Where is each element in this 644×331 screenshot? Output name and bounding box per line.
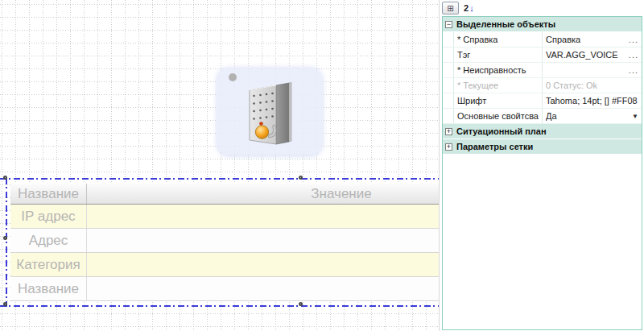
properties-panel: ⊞ 2 ↓ − Выделенные объекты * Справка Спр… [439, 0, 644, 331]
category-selected-objects[interactable]: − Выделенные объекты [443, 17, 642, 32]
row-gutter [443, 109, 454, 123]
design-canvas[interactable]: Название Значение IP адрес Адрес Категор… [0, 0, 439, 331]
connector-point [229, 73, 237, 81]
row-gutter [443, 32, 454, 47]
property-row-tekushchee: * Текущее 0 Статус: Ok [443, 78, 642, 93]
table-row: IP адрес [10, 205, 439, 229]
table-header-name: Название [10, 184, 87, 204]
property-name: * Справка [454, 32, 543, 47]
row-label: Название [10, 277, 87, 300]
ellipsis-button[interactable]: ... [629, 50, 642, 60]
resize-handle-top-center[interactable] [299, 176, 303, 180]
row-gutter [443, 63, 454, 77]
property-value[interactable]: Справка ... [543, 32, 642, 47]
property-value[interactable]: VAR.AGG_VOICE ... [543, 48, 642, 62]
property-row-shrift: Шрифт Tahoma; 14pt; [] #FF08 [443, 93, 642, 109]
resize-handle-top-left[interactable] [3, 176, 7, 180]
ellipsis-button[interactable]: ... [629, 65, 642, 75]
row-value [87, 277, 439, 300]
category-situation-plan[interactable]: + Ситуационный план [443, 124, 642, 139]
row-value [87, 229, 439, 252]
property-value[interactable]: Tahoma; 14pt; [] #FF08 [543, 93, 642, 108]
category-label: Ситуационный план [456, 126, 547, 136]
property-value[interactable]: ... [543, 63, 642, 77]
row-label: Категория [10, 253, 87, 276]
table-header-value: Значение [87, 184, 439, 204]
property-row-neispravnost: * Неисправность ... [443, 63, 642, 78]
category-label: Выделенные объекты [456, 19, 555, 29]
category-grid-params[interactable]: + Параметры сетки [443, 139, 642, 155]
property-grid: − Выделенные объекты * Справка Справка .… [442, 16, 642, 330]
value-table-object[interactable]: Название Значение IP адрес Адрес Категор… [10, 184, 439, 301]
property-name: * Неисправность [454, 63, 543, 77]
row-label: IP адрес [10, 205, 87, 228]
intercom-device-icon[interactable] [246, 77, 294, 151]
property-name: Основные свойтсва [454, 109, 543, 123]
category-label: Параметры сетки [456, 142, 533, 151]
sort-button[interactable]: 2 ↓ [464, 3, 474, 13]
categorized-view-button[interactable]: ⊞ [442, 2, 459, 14]
resize-handle-bottom-left[interactable] [3, 302, 7, 306]
property-name: Тэг [454, 48, 543, 62]
expand-icon[interactable]: + [445, 128, 452, 135]
property-row-tag: Тэг VAR.AGG_VOICE ... [443, 48, 642, 63]
selection-border-top [0, 178, 439, 180]
sort-down-arrow-icon: ↓ [469, 3, 474, 13]
row-gutter [443, 48, 454, 62]
categorized-icon: ⊞ [447, 4, 453, 13]
device-led-red [259, 122, 262, 125]
table-row: Название [10, 277, 439, 301]
dropdown-arrow-icon[interactable]: ▼ [632, 113, 642, 120]
collapse-icon[interactable]: − [445, 21, 452, 28]
property-toolbar: ⊞ 2 ↓ [440, 0, 644, 16]
property-name: Шрифт [454, 93, 543, 108]
resize-handle-bottom-center[interactable] [299, 302, 303, 306]
selection-border-bottom [0, 305, 439, 307]
sort-label: 2 [464, 3, 469, 13]
row-gutter [443, 78, 454, 93]
expand-icon[interactable]: + [445, 143, 452, 151]
property-row-osnovnye: Основные свойтсва Да ▼ [443, 109, 642, 124]
resize-handle-mid-left[interactable] [3, 236, 7, 240]
row-value [87, 253, 439, 276]
property-value[interactable]: Да ▼ [543, 109, 642, 123]
selection-border-left [6, 178, 7, 307]
table-row: Категория [10, 253, 439, 277]
row-gutter [443, 93, 454, 108]
table-row: Адрес [10, 229, 439, 253]
scada-editor-window: Название Значение IP адрес Адрес Категор… [0, 0, 644, 331]
row-value [87, 205, 439, 228]
ellipsis-button[interactable]: ... [629, 35, 642, 44]
device-call-button [255, 126, 268, 139]
table-header-row: Название Значение [10, 184, 439, 205]
row-label: Адрес [10, 229, 87, 252]
property-value: 0 Статус: Ok [543, 78, 642, 93]
property-row-spravka: * Справка Справка ... [443, 32, 642, 48]
property-name: * Текущее [454, 78, 543, 93]
